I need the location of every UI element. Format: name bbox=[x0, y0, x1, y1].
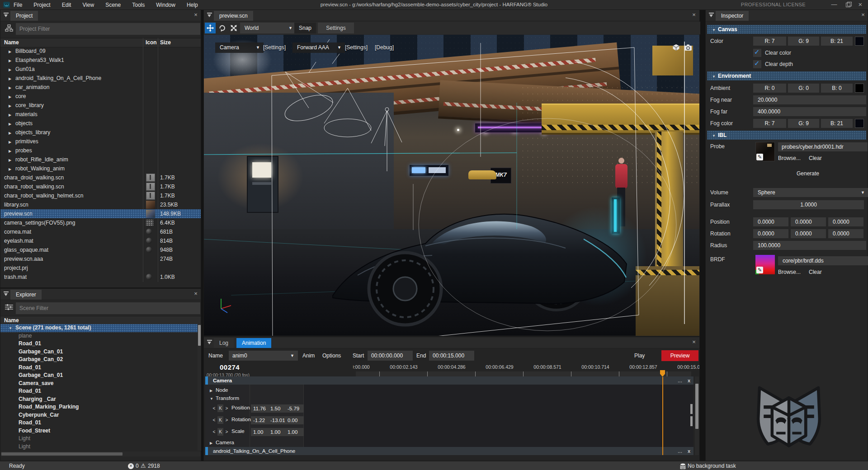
canvas-r-field[interactable]: R: 7 bbox=[753, 37, 786, 46]
menu-item[interactable]: File bbox=[14, 2, 22, 8]
project-folder-row[interactable]: ▶ Etasphera53_Walk1 bbox=[0, 56, 201, 65]
probe-browse-button[interactable]: Browse... bbox=[778, 155, 801, 162]
scene-node-row[interactable]: Light bbox=[0, 443, 198, 451]
folder-expand-icon[interactable]: ▶ bbox=[9, 92, 14, 102]
menu-item[interactable]: Project bbox=[33, 2, 50, 8]
track-more-button[interactable]: ... bbox=[678, 376, 682, 385]
canvas-g-field[interactable]: G: 9 bbox=[788, 37, 819, 46]
track-camera-sub-row[interactable]: ▶Camera bbox=[210, 438, 234, 446]
edit-icon[interactable]: ✎ bbox=[756, 154, 763, 160]
pipeline-settings-button[interactable]: [Settings] bbox=[345, 42, 368, 53]
key-prev-button[interactable]: < bbox=[211, 416, 217, 424]
warning-count[interactable]: 2918 bbox=[148, 461, 160, 470]
folder-expand-icon[interactable]: ▶ bbox=[9, 155, 14, 165]
section-ibl[interactable]: ▼IBL bbox=[707, 131, 866, 140]
tab-log[interactable]: Log bbox=[214, 338, 234, 348]
move-tool-button[interactable] bbox=[205, 23, 216, 33]
channel-x-field[interactable]: -1.22 bbox=[251, 416, 269, 424]
key-next-button[interactable]: > bbox=[224, 416, 230, 424]
menu-item[interactable]: Window bbox=[156, 2, 175, 8]
track-close-button[interactable]: x bbox=[688, 447, 690, 455]
fog-far-field[interactable]: 400.0000 bbox=[753, 107, 866, 116]
fog-b-field[interactable]: B: 21 bbox=[821, 119, 853, 128]
folder-expand-icon[interactable]: ▶ bbox=[9, 83, 14, 93]
project-folder-row[interactable]: ▶ primitives bbox=[0, 137, 201, 146]
ambient-b-field[interactable]: B: 0 bbox=[821, 84, 853, 93]
probe-clear-button[interactable]: Clear bbox=[809, 155, 822, 162]
options-button[interactable]: Options bbox=[322, 351, 341, 361]
volume-select[interactable]: Sphere ▼ bbox=[753, 188, 868, 197]
project-folder-row[interactable]: ▶ core bbox=[0, 92, 201, 101]
channel-z-field[interactable]: 0.00 bbox=[285, 416, 304, 424]
panel-collapse-icon[interactable] bbox=[4, 291, 9, 296]
track-transform-row[interactable]: ▼Transform bbox=[210, 394, 239, 402]
tab-animation[interactable]: Animation bbox=[236, 338, 271, 348]
scene-node-row[interactable]: Road_01 bbox=[0, 364, 198, 372]
project-file-row[interactable]: chara_robot_walking_helmet.scn 1.7KB bbox=[0, 191, 201, 200]
menu-item[interactable]: Edit bbox=[62, 2, 71, 8]
generate-button[interactable]: Generate bbox=[795, 170, 821, 177]
position-z-field[interactable]: 0.0000 bbox=[828, 217, 863, 226]
track-header-android[interactable]: android_Talking_On_A_Cell_Phone ... x bbox=[205, 447, 693, 455]
animation-vertical-scrollbar[interactable] bbox=[695, 376, 699, 455]
camera-settings-button[interactable]: [Settings] bbox=[263, 42, 286, 53]
track-header-camera[interactable]: Camera ... x bbox=[205, 376, 693, 385]
channel-x-field[interactable]: 1.00 bbox=[251, 428, 269, 436]
screenshot-camera-icon[interactable] bbox=[684, 44, 692, 51]
scene-node-row[interactable]: Garbage_Can_01 bbox=[0, 348, 198, 356]
fog-r-field[interactable]: R: 7 bbox=[753, 119, 786, 128]
start-time-field[interactable]: 00:00:00.000 bbox=[368, 351, 413, 361]
channel-y-field[interactable]: -13.01 bbox=[268, 416, 287, 424]
transform-space-select[interactable]: World ▼ bbox=[240, 23, 297, 33]
panel-collapse-icon[interactable] bbox=[4, 13, 9, 18]
probe-file-field[interactable]: probes/cyber.hdr0001.hdr bbox=[778, 142, 868, 151]
animation-close-icon[interactable]: × bbox=[690, 338, 698, 346]
key-next-button[interactable]: > bbox=[224, 404, 230, 412]
fog-color-swatch[interactable] bbox=[855, 119, 864, 128]
debug-button[interactable]: [Debug] bbox=[375, 42, 394, 53]
scene-node-row[interactable]: Road_01 bbox=[0, 419, 198, 427]
folder-expand-icon[interactable]: ▶ bbox=[9, 74, 14, 84]
column-icon[interactable]: Icon bbox=[146, 38, 157, 47]
project-file-row[interactable]: cornea.mat 681B bbox=[0, 227, 201, 236]
position-y-field[interactable]: 0.0000 bbox=[791, 217, 826, 226]
row-mini-scrollbar[interactable] bbox=[690, 404, 693, 414]
scene-node-row[interactable]: Garbage_Can_01 bbox=[0, 371, 198, 380]
scale-tool-button[interactable] bbox=[228, 23, 239, 33]
menu-item[interactable]: Tools bbox=[132, 2, 145, 8]
scene-node-row[interactable]: Camera_save bbox=[0, 380, 198, 388]
parallax-field[interactable]: 1.0000 bbox=[753, 200, 864, 209]
tab-project[interactable]: Project bbox=[10, 11, 38, 21]
tab-inspector[interactable]: Inspector bbox=[716, 11, 749, 21]
folder-expand-icon[interactable]: ▶ bbox=[9, 128, 14, 138]
project-file-row[interactable]: camera_settings(FOV55).png 6.4KB bbox=[0, 218, 201, 227]
key-set-button[interactable]: K bbox=[217, 416, 223, 424]
panel-collapse-icon[interactable] bbox=[207, 13, 212, 18]
explorer-close-icon[interactable]: × bbox=[192, 290, 199, 297]
tab-preview-scn[interactable]: preview.scn bbox=[214, 11, 253, 21]
scrollbar-thumb[interactable] bbox=[198, 325, 201, 346]
channel-z-field[interactable]: 1.00 bbox=[285, 428, 304, 436]
column-name[interactable]: Name bbox=[4, 316, 19, 324]
scene-node-row[interactable]: plane bbox=[0, 332, 198, 340]
close-button[interactable]: × bbox=[854, 0, 867, 9]
fog-near-field[interactable]: 20.0000 bbox=[753, 95, 866, 104]
key-prev-button[interactable]: < bbox=[211, 404, 217, 412]
cube-icon[interactable] bbox=[672, 44, 680, 51]
folder-expand-icon[interactable]: ▶ bbox=[9, 47, 14, 56]
key-set-button[interactable]: K bbox=[217, 404, 223, 412]
end-time-field[interactable]: 00:00:15.000 bbox=[429, 351, 474, 361]
preview-button[interactable]: Preview bbox=[661, 350, 698, 361]
scene-node-row[interactable]: Road_Marking_Parking bbox=[0, 403, 198, 411]
explorer-horizontal-scrollbar[interactable] bbox=[0, 451, 201, 456]
section-environment[interactable]: ▼Environment bbox=[707, 71, 866, 80]
rotation-y-field[interactable]: 0.0000 bbox=[791, 229, 826, 238]
scene-node-row[interactable]: Charging _Car bbox=[0, 395, 198, 404]
brdf-file-field[interactable]: core/pbr/brdf.dds bbox=[778, 256, 868, 265]
clear-color-checkbox[interactable] bbox=[753, 49, 761, 57]
anim-name-select[interactable]: anim0 ▼ bbox=[229, 351, 298, 361]
folder-expand-icon[interactable]: ▶ bbox=[9, 101, 14, 111]
key-next-button[interactable]: > bbox=[224, 428, 230, 436]
panel-collapse-icon[interactable] bbox=[207, 340, 212, 345]
folder-expand-icon[interactable]: ▶ bbox=[9, 137, 14, 147]
